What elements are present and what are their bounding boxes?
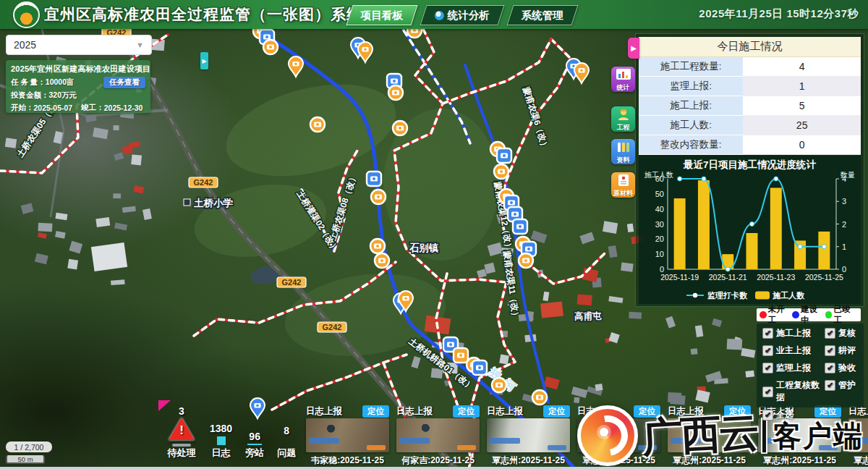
checkbox-checked-icon[interactable]: ✔ bbox=[762, 410, 773, 421]
map-marker-oc[interactable] bbox=[388, 85, 403, 100]
red-dot-icon bbox=[760, 311, 767, 318]
log-thumbnail[interactable]: 日志上报定位 覃志州:2025-11-25 bbox=[487, 405, 570, 467]
right-dashboard-panel: 今日施工情况 施工工程数量:4 监理上报:1 施工上报:5 施工人数:25 整改… bbox=[635, 33, 864, 307]
map-marker-bs[interactable] bbox=[472, 360, 487, 375]
globe-icon bbox=[435, 11, 444, 20]
log-photo[interactable] bbox=[396, 418, 480, 452]
legend-item: 未开工 bbox=[760, 304, 792, 326]
svg-text:监理打卡数: 监理打卡数 bbox=[707, 291, 748, 300]
log-photo[interactable] bbox=[848, 418, 868, 452]
filter-maintenance[interactable]: ✔管护 bbox=[825, 379, 856, 392]
map-marker-oc[interactable] bbox=[310, 117, 325, 132]
map-marker-oc[interactable] bbox=[375, 253, 389, 268]
progress-chart[interactable]: 最近7日项目施工情况进度统计施工人数数量01020304050600123420… bbox=[639, 156, 861, 304]
filter-recheck[interactable]: ✔复核 bbox=[825, 327, 856, 339]
svg-text:20: 20 bbox=[655, 234, 664, 243]
filter-supervision-report[interactable]: ✔监理上报 bbox=[762, 362, 825, 374]
log-photo[interactable] bbox=[487, 418, 570, 452]
today-construction-table: 今日施工情况 施工工程数量:4 监理上报:1 施工上报:5 施工人数:25 整改… bbox=[639, 37, 861, 155]
year-dropdown[interactable]: 2025 ▼ bbox=[6, 35, 152, 55]
locate-button[interactable]: 定位 bbox=[724, 405, 751, 418]
tab-statistics[interactable]: 统计分析 bbox=[420, 5, 504, 25]
log-photo[interactable] bbox=[577, 418, 660, 452]
app-window: G242 G242 G242 G242 土桥小学 石别镇 高甫屯 独河 蒙甫农渠… bbox=[0, 0, 868, 469]
issues-stat[interactable]: 8 问题 bbox=[277, 425, 296, 460]
toolbar-documents-button[interactable]: 资料 bbox=[611, 139, 635, 164]
map-marker-oc[interactable] bbox=[370, 239, 385, 253]
filter-cultivation-eval[interactable]: ✔耕评 bbox=[825, 345, 856, 357]
map-marker-oc[interactable] bbox=[492, 378, 506, 392]
log-thumbnail[interactable]: 日志上报定位 覃志州:2025-11-25 bbox=[668, 405, 751, 467]
filter-acceptance[interactable]: ✔验收 bbox=[825, 362, 856, 374]
locate-button[interactable]: 定位 bbox=[634, 405, 660, 418]
logs-label: 日志 bbox=[212, 447, 231, 460]
task-label: 任 务 量： bbox=[11, 77, 46, 88]
map-marker-oc[interactable] bbox=[519, 253, 533, 268]
toolbar-engineering-button[interactable]: 工程 bbox=[611, 106, 635, 132]
log-caption: 覃志州:2025-11-25 bbox=[668, 455, 751, 467]
locate-button[interactable]: 定位 bbox=[543, 405, 570, 418]
status-legend: 未开工 建设中 已竣工 bbox=[757, 308, 861, 321]
filter-review-data[interactable]: ✔工程复核数据 bbox=[762, 379, 825, 404]
log-thumbnail[interactable]: 日志上报定位 韦家稳:2025-11-25 bbox=[306, 405, 389, 467]
panel-collapse-arrow[interactable]: ▶ bbox=[628, 38, 639, 59]
tab-system-admin[interactable]: 系统管理 bbox=[506, 5, 578, 25]
map-marker-bs[interactable] bbox=[497, 148, 511, 163]
checkbox-checked-icon[interactable]: ✔ bbox=[825, 380, 835, 391]
stations-stat[interactable]: 96 旁站 bbox=[245, 431, 264, 460]
chevron-down-icon: ▼ bbox=[136, 41, 144, 49]
svg-text:G242: G242 bbox=[194, 178, 213, 187]
checkbox-checked-icon[interactable]: ✔ bbox=[825, 345, 835, 356]
log-photo[interactable] bbox=[306, 418, 389, 452]
map-marker-op[interactable] bbox=[574, 63, 589, 83]
stations-count: 96 bbox=[249, 431, 260, 442]
tab-project-board[interactable]: 项目看板 bbox=[346, 5, 417, 25]
map-marker-oc[interactable] bbox=[371, 190, 386, 204]
map-marker-oc[interactable] bbox=[393, 121, 407, 135]
checkbox-checked-icon[interactable]: ✔ bbox=[762, 363, 773, 373]
pending-stat[interactable]: 3 ! 待处理 bbox=[166, 405, 197, 460]
row-value: 1 bbox=[743, 77, 861, 96]
map-marker-bs[interactable] bbox=[367, 172, 381, 186]
task-view-button[interactable]: 任务查看 bbox=[103, 77, 145, 88]
toolbar-materials-button[interactable]: 原材料 bbox=[611, 172, 635, 198]
filter-select-all[interactable]: ✔全选 bbox=[762, 409, 825, 421]
map-marker-op[interactable] bbox=[358, 42, 373, 62]
checkbox-checked-icon[interactable]: ✔ bbox=[825, 363, 835, 373]
blue-dot-icon bbox=[792, 311, 799, 318]
svg-text:10: 10 bbox=[655, 250, 664, 258]
checkbox-checked-icon[interactable]: ✔ bbox=[825, 328, 835, 339]
logs-stat[interactable]: 1380 日志 bbox=[210, 423, 232, 460]
end-label: 竣工： bbox=[81, 103, 104, 113]
filter-construction-report[interactable]: ✔施工上报 bbox=[762, 327, 825, 339]
start-label: 开始： bbox=[11, 103, 34, 113]
map-marker-op[interactable] bbox=[289, 56, 303, 77]
map-marker-oc[interactable] bbox=[494, 164, 509, 179]
map-marker-os[interactable] bbox=[454, 348, 468, 363]
locate-button[interactable]: 定位 bbox=[453, 405, 480, 418]
project-title: 2025年宜州区新建高标准农田建设项目 bbox=[11, 64, 145, 75]
log-photo[interactable] bbox=[668, 418, 751, 452]
left-expand-button[interactable]: ▶ bbox=[200, 52, 208, 69]
log-thumbnail[interactable]: 日志上报定位 覃志州:2025-11-25 bbox=[577, 405, 660, 467]
log-thumbnail[interactable]: 日志上报定位 何家吉:2025-11-25 bbox=[396, 405, 480, 467]
locate-button[interactable]: 定位 bbox=[362, 405, 389, 418]
stations-underline bbox=[247, 444, 262, 445]
log-report-label: 日志上报 bbox=[306, 405, 342, 418]
log-photo[interactable] bbox=[758, 418, 841, 452]
toolbar-statistics-button[interactable]: 统计 bbox=[611, 67, 635, 92]
checkbox-checked-icon[interactable]: ✔ bbox=[762, 328, 773, 339]
filter-owner-report[interactable]: ✔业主上报 bbox=[762, 345, 825, 357]
bar-chart-icon bbox=[616, 69, 631, 81]
checkbox-checked-icon[interactable]: ✔ bbox=[762, 345, 773, 356]
map-marker-oc[interactable] bbox=[263, 40, 278, 54]
legend-item: 已竣工 bbox=[825, 304, 858, 326]
row-value: 25 bbox=[743, 116, 861, 135]
checkbox-checked-icon[interactable]: ✔ bbox=[762, 386, 773, 397]
map-marker-oc[interactable] bbox=[532, 390, 547, 405]
issues-count: 8 bbox=[284, 425, 289, 436]
svg-text:30: 30 bbox=[655, 220, 664, 229]
row-value: 4 bbox=[743, 57, 861, 77]
map-marker-bs[interactable] bbox=[513, 219, 527, 234]
start-value: 2025-05-07 bbox=[34, 103, 73, 112]
